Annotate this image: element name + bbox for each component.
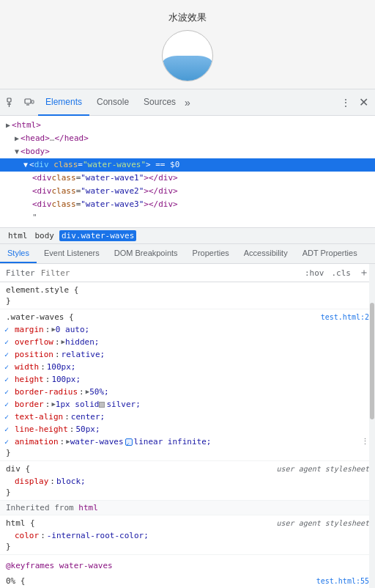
water-preview (162, 30, 213, 81)
inherited-label: Inherited from html (0, 501, 375, 515)
css-checkbox-width[interactable]: ✓ (4, 361, 9, 373)
dom-line-text[interactable]: " (0, 211, 375, 224)
css-rule-close: } (0, 296, 375, 306)
css-rule-element-style: element.style { } (0, 282, 375, 309)
css-source-0[interactable]: test.html:55 (316, 577, 369, 585)
css-checkbox-animation[interactable]: ✓ (4, 436, 9, 448)
svg-rect-3 (25, 99, 31, 103)
css-source-html: user agent stylesheet (277, 519, 369, 527)
dom-line-body[interactable]: ▼ <body> (0, 145, 375, 158)
css-checkbox-position[interactable]: ✓ (4, 348, 9, 361)
subtab-styles[interactable]: Styles (0, 244, 37, 263)
css-selector-div[interactable]: div { (6, 464, 30, 474)
css-prop-width: ✓ width: 100px; (0, 361, 375, 373)
more-tabs-button[interactable]: » (180, 97, 195, 109)
css-prop-margin: ✓ margin: ▶ 0 auto; (0, 323, 375, 336)
css-prop-height: ✓ height: 100px; (0, 373, 375, 386)
device-toolbar-icon[interactable] (21, 94, 38, 111)
add-style-rule-button[interactable]: ＋ (359, 266, 369, 279)
filter-bar: Filter :hov .cls ＋ (0, 264, 375, 282)
tab-sources[interactable]: Sources (136, 89, 180, 116)
styles-panel: Filter :hov .cls ＋ element.style { } .wa… (0, 264, 375, 588)
css-selector[interactable]: element.style { (6, 285, 78, 295)
water-wave-bg (163, 56, 212, 81)
hov-filter-button[interactable]: :hov (302, 268, 327, 279)
css-checkbox-margin[interactable]: ✓ (4, 323, 9, 336)
css-rule-html: html { user agent stylesheet color: -int… (0, 515, 375, 555)
css-source-div: user agent stylesheet (277, 465, 369, 473)
css-selector-0[interactable]: 0% { (6, 576, 26, 586)
breadcrumb: html body div.water-waves (0, 228, 375, 244)
border-color-swatch[interactable] (99, 402, 105, 408)
css-checkbox-border-radius[interactable]: ✓ (4, 386, 9, 398)
settings-icon[interactable]: ⋮ (337, 94, 354, 111)
collapse-arrow-body[interactable]: ▼ (15, 145, 19, 158)
dom-line-wave2[interactable]: <div class="water-wave2"></div> (0, 185, 375, 198)
collapse-arrow-head[interactable]: ▶ (15, 132, 19, 145)
css-selector-water-waves[interactable]: .water-waves { (6, 312, 74, 322)
subtab-event-listeners[interactable]: Event Listeners (37, 244, 107, 263)
breadcrumb-body[interactable]: body (33, 230, 57, 241)
css-rule-div: div { user agent stylesheet display: blo… (0, 461, 375, 501)
css-rule-keyframe-0: 0% { test.html:55 transform: rotate(0deg… (0, 573, 375, 588)
preview-title: 水波效果 (168, 11, 207, 24)
div-close: } (0, 488, 375, 497)
devtools-tabs: Elements Console Sources Network Perform… (38, 89, 180, 116)
css-checkbox-border[interactable]: ✓ (4, 398, 9, 411)
css-rule-water-waves-header: .water-waves { test.html:2 (0, 312, 375, 322)
close-devtools-button[interactable]: ✕ (354, 94, 372, 111)
inherited-tag[interactable]: html (78, 503, 98, 512)
cls-filter-button[interactable]: .cls (330, 268, 354, 279)
collapse-arrow[interactable]: ▶ (6, 119, 10, 132)
css-prop-display: display: block; (0, 475, 375, 488)
css-rule-div-header: div { user agent stylesheet (0, 464, 375, 474)
water-waves-close: } (0, 448, 375, 457)
dom-line-head[interactable]: ▶ <head> … </head> (0, 132, 375, 145)
css-checkbox-text-align[interactable]: ✓ (4, 411, 9, 423)
filter-label: Filter (6, 268, 35, 278)
dom-line-wave3[interactable]: <div class="water-wave3"></div> (0, 198, 375, 211)
dom-line-wave1[interactable]: <div class="water-wave1"></div> (0, 172, 375, 185)
scrollbar-thumb[interactable] (370, 303, 374, 419)
css-checkbox-line-height[interactable]: ✓ (4, 423, 9, 436)
breadcrumb-html[interactable]: html (6, 230, 30, 241)
keyframes-name: @keyframes water-waves (0, 558, 375, 573)
scrollbar-track[interactable] (369, 264, 375, 588)
css-selector-html[interactable]: html { (6, 518, 35, 528)
more-options-button[interactable]: ⋮ (361, 436, 369, 448)
svg-rect-4 (31, 100, 34, 103)
subtab-dom-breakpoints[interactable]: DOM Breakpoints (107, 244, 185, 263)
breadcrumb-water-waves[interactable]: div.water-waves (59, 230, 136, 241)
css-rule-element-style-header: element.style { (0, 285, 375, 295)
animation-checkbox[interactable] (125, 438, 133, 446)
subtabs-bar: Styles Event Listeners DOM Breakpoints P… (0, 244, 375, 264)
svg-rect-0 (7, 98, 11, 102)
css-rule-water-waves: .water-waves { test.html:2 ✓ margin: ▶ 0… (0, 309, 375, 461)
dom-line-water-waves[interactable]: ▼ <div class="water-waves"> == $0 (0, 158, 375, 172)
css-prop-color: color: -internal-root-color; (0, 529, 375, 542)
css-rule-keyframe-0-header: 0% { test.html:55 (0, 576, 375, 586)
dom-line-html[interactable]: ▶ <html> (0, 119, 375, 132)
css-checkbox-overflow[interactable]: ✓ (4, 336, 9, 348)
subtab-accessibility[interactable]: Accessibility (237, 244, 295, 263)
subtab-properties[interactable]: Properties (185, 244, 237, 263)
devtools-chrome: Elements Console Sources Network Perform… (0, 89, 375, 588)
css-rule-keyframes-label: @keyframes water-waves (0, 555, 375, 573)
css-rule-html-header: html { user agent stylesheet (0, 518, 375, 528)
css-prop-border-radius: ✓ border-radius: ▶ 50%; (0, 386, 375, 398)
devtools-toolbar: Elements Console Sources Network Perform… (0, 89, 375, 116)
css-source-water-waves[interactable]: test.html:2 (321, 313, 369, 321)
dom-panel: ▶ <html> ▶ <head> … </head> ▼ <body> ▼ <… (0, 116, 375, 228)
filter-buttons: :hov .cls (302, 268, 353, 279)
css-prop-border: ✓ border: ▶ 1px solid silver; (0, 398, 375, 411)
tab-elements[interactable]: Elements (38, 89, 89, 116)
html-close: } (0, 542, 375, 551)
subtab-adt-properties[interactable]: ADT Properties (295, 244, 365, 263)
tab-console[interactable]: Console (89, 89, 136, 116)
css-checkbox-height[interactable]: ✓ (4, 373, 9, 386)
collapse-arrow-water[interactable]: ▼ (23, 158, 28, 172)
filter-input[interactable] (41, 268, 297, 278)
element-picker-icon[interactable] (3, 94, 21, 111)
css-prop-overflow: ✓ overflow: ▶ hidden; (0, 336, 375, 348)
css-prop-text-align: ✓ text-align: center; (0, 411, 375, 423)
